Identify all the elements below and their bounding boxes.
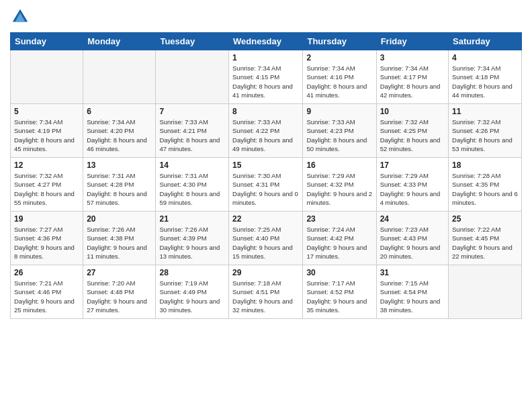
- day-info: Sunrise: 7:33 AM Sunset: 4:21 PM Dayligh…: [159, 118, 225, 153]
- day-info: Sunrise: 7:20 AM Sunset: 4:48 PM Dayligh…: [87, 279, 152, 314]
- page: SundayMondayTuesdayWednesdayThursdayFrid…: [0, 0, 532, 411]
- day-number: 15: [232, 161, 299, 170]
- calendar-cell: 16Sunrise: 7:29 AM Sunset: 4:32 PM Dayli…: [303, 158, 376, 212]
- day-number: 10: [380, 107, 445, 116]
- calendar-header-row: SundayMondayTuesdayWednesdayThursdayFrid…: [11, 33, 522, 50]
- day-info: Sunrise: 7:25 AM Sunset: 4:40 PM Dayligh…: [232, 225, 299, 261]
- calendar-cell: 17Sunrise: 7:29 AM Sunset: 4:33 PM Dayli…: [376, 158, 448, 212]
- day-info: Sunrise: 7:32 AM Sunset: 4:25 PM Dayligh…: [380, 118, 445, 153]
- calendar-cell: 29Sunrise: 7:18 AM Sunset: 4:51 PM Dayli…: [229, 265, 303, 319]
- day-header-monday: Monday: [83, 33, 156, 50]
- day-info: Sunrise: 7:32 AM Sunset: 4:27 PM Dayligh…: [14, 171, 79, 207]
- calendar-cell: 12Sunrise: 7:32 AM Sunset: 4:27 PM Dayli…: [11, 158, 83, 212]
- day-header-saturday: Saturday: [449, 33, 522, 50]
- day-number: 21: [159, 214, 225, 224]
- day-number: 6: [87, 107, 152, 116]
- day-info: Sunrise: 7:27 AM Sunset: 4:36 PM Dayligh…: [14, 225, 79, 261]
- calendar-cell: 18Sunrise: 7:28 AM Sunset: 4:35 PM Dayli…: [449, 158, 522, 212]
- day-number: 8: [232, 107, 299, 116]
- day-number: 26: [14, 268, 79, 277]
- day-number: 3: [380, 53, 445, 62]
- calendar-cell: 30Sunrise: 7:17 AM Sunset: 4:52 PM Dayli…: [303, 265, 376, 319]
- day-info: Sunrise: 7:15 AM Sunset: 4:54 PM Dayligh…: [380, 279, 445, 314]
- day-info: Sunrise: 7:30 AM Sunset: 4:31 PM Dayligh…: [232, 171, 299, 207]
- day-number: 29: [232, 268, 299, 277]
- day-info: Sunrise: 7:21 AM Sunset: 4:46 PM Dayligh…: [14, 279, 79, 314]
- day-number: 30: [306, 268, 372, 277]
- calendar-week-row: 26Sunrise: 7:21 AM Sunset: 4:46 PM Dayli…: [11, 265, 522, 319]
- calendar-cell: [11, 50, 83, 104]
- day-info: Sunrise: 7:18 AM Sunset: 4:51 PM Dayligh…: [232, 279, 299, 314]
- day-info: Sunrise: 7:31 AM Sunset: 4:28 PM Dayligh…: [87, 171, 152, 207]
- calendar-cell: 10Sunrise: 7:32 AM Sunset: 4:25 PM Dayli…: [376, 104, 448, 158]
- day-number: 16: [306, 161, 372, 170]
- header: [10, 7, 522, 27]
- calendar-cell: 2Sunrise: 7:34 AM Sunset: 4:16 PM Daylig…: [303, 50, 376, 104]
- calendar-cell: 11Sunrise: 7:32 AM Sunset: 4:26 PM Dayli…: [449, 104, 522, 158]
- day-info: Sunrise: 7:33 AM Sunset: 4:22 PM Dayligh…: [232, 118, 299, 153]
- day-info: Sunrise: 7:34 AM Sunset: 4:19 PM Dayligh…: [14, 118, 79, 153]
- day-number: 19: [14, 214, 79, 224]
- calendar-cell: 14Sunrise: 7:31 AM Sunset: 4:30 PM Dayli…: [156, 158, 229, 212]
- day-number: 7: [159, 107, 225, 116]
- day-info: Sunrise: 7:33 AM Sunset: 4:23 PM Dayligh…: [306, 118, 372, 153]
- calendar-week-row: 1Sunrise: 7:34 AM Sunset: 4:15 PM Daylig…: [11, 50, 522, 104]
- day-number: 28: [159, 268, 225, 277]
- calendar-cell: 8Sunrise: 7:33 AM Sunset: 4:22 PM Daylig…: [229, 104, 303, 158]
- calendar-cell: 4Sunrise: 7:34 AM Sunset: 4:18 PM Daylig…: [449, 50, 522, 104]
- day-number: 9: [306, 107, 372, 116]
- calendar-table: SundayMondayTuesdayWednesdayThursdayFrid…: [10, 32, 522, 319]
- day-info: Sunrise: 7:28 AM Sunset: 4:35 PM Dayligh…: [452, 171, 518, 207]
- day-header-sunday: Sunday: [11, 33, 83, 50]
- day-number: 13: [87, 161, 152, 170]
- day-info: Sunrise: 7:34 AM Sunset: 4:17 PM Dayligh…: [380, 64, 445, 99]
- day-number: 20: [87, 214, 152, 224]
- day-info: Sunrise: 7:26 AM Sunset: 4:38 PM Dayligh…: [87, 225, 152, 261]
- calendar-cell: 25Sunrise: 7:22 AM Sunset: 4:45 PM Dayli…: [449, 212, 522, 265]
- calendar-cell: 28Sunrise: 7:19 AM Sunset: 4:49 PM Dayli…: [156, 265, 229, 319]
- day-number: 31: [380, 268, 445, 277]
- calendar-cell: 21Sunrise: 7:26 AM Sunset: 4:39 PM Dayli…: [156, 212, 229, 265]
- calendar-cell: [156, 50, 229, 104]
- calendar-week-row: 19Sunrise: 7:27 AM Sunset: 4:36 PM Dayli…: [11, 212, 522, 265]
- day-number: 1: [232, 53, 299, 62]
- calendar-week-row: 12Sunrise: 7:32 AM Sunset: 4:27 PM Dayli…: [11, 158, 522, 212]
- day-number: 22: [232, 214, 299, 224]
- day-number: 2: [306, 53, 372, 62]
- day-info: Sunrise: 7:29 AM Sunset: 4:32 PM Dayligh…: [306, 171, 372, 207]
- day-info: Sunrise: 7:29 AM Sunset: 4:33 PM Dayligh…: [380, 171, 445, 207]
- day-info: Sunrise: 7:34 AM Sunset: 4:16 PM Dayligh…: [306, 64, 372, 99]
- day-number: 23: [306, 214, 372, 224]
- calendar-cell: 13Sunrise: 7:31 AM Sunset: 4:28 PM Dayli…: [83, 158, 156, 212]
- calendar-cell: 3Sunrise: 7:34 AM Sunset: 4:17 PM Daylig…: [376, 50, 448, 104]
- day-header-friday: Friday: [376, 33, 448, 50]
- day-info: Sunrise: 7:26 AM Sunset: 4:39 PM Dayligh…: [159, 225, 225, 261]
- calendar-cell: 5Sunrise: 7:34 AM Sunset: 4:19 PM Daylig…: [11, 104, 83, 158]
- calendar-cell: 24Sunrise: 7:23 AM Sunset: 4:43 PM Dayli…: [376, 212, 448, 265]
- calendar-week-row: 5Sunrise: 7:34 AM Sunset: 4:19 PM Daylig…: [11, 104, 522, 158]
- day-info: Sunrise: 7:34 AM Sunset: 4:20 PM Dayligh…: [87, 118, 152, 153]
- calendar-cell: 22Sunrise: 7:25 AM Sunset: 4:40 PM Dayli…: [229, 212, 303, 265]
- day-info: Sunrise: 7:34 AM Sunset: 4:18 PM Dayligh…: [452, 64, 518, 99]
- day-header-tuesday: Tuesday: [156, 33, 229, 50]
- day-info: Sunrise: 7:31 AM Sunset: 4:30 PM Dayligh…: [159, 171, 225, 207]
- logo-icon: [10, 7, 30, 27]
- calendar-cell: [83, 50, 156, 104]
- calendar-cell: 27Sunrise: 7:20 AM Sunset: 4:48 PM Dayli…: [83, 265, 156, 319]
- calendar-cell: 9Sunrise: 7:33 AM Sunset: 4:23 PM Daylig…: [303, 104, 376, 158]
- day-number: 11: [452, 107, 518, 116]
- calendar-cell: 6Sunrise: 7:34 AM Sunset: 4:20 PM Daylig…: [83, 104, 156, 158]
- day-number: 14: [159, 161, 225, 170]
- day-info: Sunrise: 7:17 AM Sunset: 4:52 PM Dayligh…: [306, 279, 372, 314]
- calendar-cell: 19Sunrise: 7:27 AM Sunset: 4:36 PM Dayli…: [11, 212, 83, 265]
- day-header-thursday: Thursday: [303, 33, 376, 50]
- day-number: 5: [14, 107, 79, 116]
- day-number: 12: [14, 161, 79, 170]
- calendar-cell: 31Sunrise: 7:15 AM Sunset: 4:54 PM Dayli…: [376, 265, 448, 319]
- day-number: 25: [452, 214, 518, 224]
- day-header-wednesday: Wednesday: [229, 33, 303, 50]
- day-info: Sunrise: 7:22 AM Sunset: 4:45 PM Dayligh…: [452, 225, 518, 261]
- calendar-cell: 26Sunrise: 7:21 AM Sunset: 4:46 PM Dayli…: [11, 265, 83, 319]
- day-number: 27: [87, 268, 152, 277]
- calendar-cell: 15Sunrise: 7:30 AM Sunset: 4:31 PM Dayli…: [229, 158, 303, 212]
